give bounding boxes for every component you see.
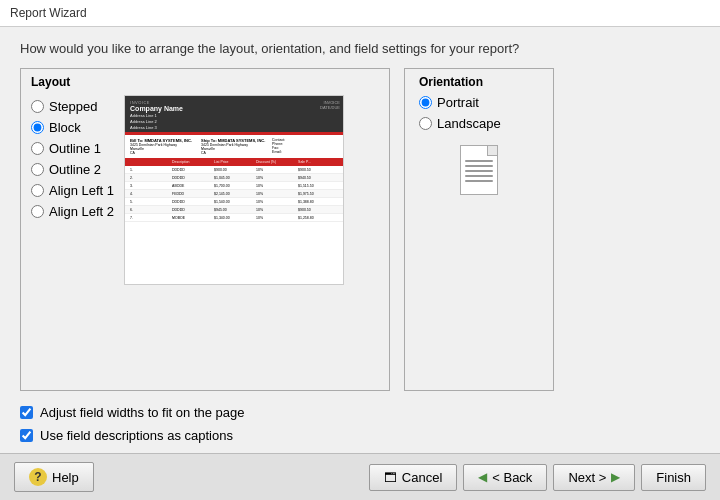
orientation-portrait[interactable]: Portrait bbox=[419, 95, 539, 110]
preview-address3: Address Line 3 bbox=[130, 125, 183, 130]
preview-row-7: 7.MOBOE$1,340.0010%$1,258.80 bbox=[125, 214, 344, 222]
orientation-group: Orientation Portrait Landscape bbox=[404, 68, 554, 391]
next-button[interactable]: Next > ▶ bbox=[553, 464, 635, 491]
layout-label-alignleft1: Align Left 1 bbox=[49, 183, 114, 198]
orientation-legend: Orientation bbox=[419, 75, 539, 89]
finish-label: Finish bbox=[656, 470, 691, 485]
checkbox-use-descriptions[interactable]: Use field descriptions as captions bbox=[20, 428, 700, 443]
preview-row-3: 3.ABODE$1,700.0010%$1,515.50 bbox=[125, 182, 344, 190]
preview-row-4: 4.FEDDD$2,145.0010%$1,975.50 bbox=[125, 190, 344, 198]
cancel-label: Cancel bbox=[402, 470, 442, 485]
layout-option-outline2[interactable]: Outline 2 bbox=[31, 162, 114, 177]
back-label: < Back bbox=[492, 470, 532, 485]
help-icon: ? bbox=[29, 468, 47, 486]
layout-label-block: Block bbox=[49, 120, 81, 135]
dialog-title: Report Wizard bbox=[10, 6, 87, 20]
layout-label-outline2: Outline 2 bbox=[49, 162, 101, 177]
orientation-label-landscape: Landscape bbox=[437, 116, 501, 131]
preview-row-2: 2.DDDDD$1,045.0010%$940.50 bbox=[125, 174, 344, 182]
wizard-question: How would you like to arrange the layout… bbox=[20, 41, 700, 56]
layout-label-outline1: Outline 1 bbox=[49, 141, 101, 156]
layout-option-alignleft1[interactable]: Align Left 1 bbox=[31, 183, 114, 198]
cancel-icon: 🗔 bbox=[384, 470, 397, 485]
back-button[interactable]: ◀ < Back bbox=[463, 464, 547, 491]
help-button[interactable]: ? Help bbox=[14, 462, 94, 492]
checkbox-use-descriptions-label: Use field descriptions as captions bbox=[40, 428, 233, 443]
preview-address1: Address Line 1 bbox=[130, 113, 183, 118]
layout-option-outline1[interactable]: Outline 1 bbox=[31, 141, 114, 156]
preview-row-6: 6.DDDDD$945.0010%$900.50 bbox=[125, 206, 344, 214]
next-icon: ▶ bbox=[611, 470, 620, 484]
checkboxes-section: Adjust field widths to fit on the page U… bbox=[20, 405, 700, 443]
layout-label-alignleft2: Align Left 2 bbox=[49, 204, 114, 219]
layout-option-stepped[interactable]: Stepped bbox=[31, 99, 114, 114]
preview-table-header: Description List Price Discount (%) Sale… bbox=[125, 158, 344, 166]
layout-preview: INVOICE Company Name Address Line 1 Addr… bbox=[124, 95, 344, 285]
layout-label-stepped: Stepped bbox=[49, 99, 97, 114]
checkbox-adjust-widths-label: Adjust field widths to fit on the page bbox=[40, 405, 245, 420]
footer: ? Help 🗔 Cancel ◀ < Back Next > ▶ Finish bbox=[0, 453, 720, 500]
layout-option-block[interactable]: Block bbox=[31, 120, 114, 135]
layout-option-alignleft2[interactable]: Align Left 2 bbox=[31, 204, 114, 219]
cancel-button[interactable]: 🗔 Cancel bbox=[369, 464, 457, 491]
help-label: Help bbox=[52, 470, 79, 485]
checkbox-adjust-widths[interactable]: Adjust field widths to fit on the page bbox=[20, 405, 700, 420]
finish-button[interactable]: Finish bbox=[641, 464, 706, 491]
layout-options: Stepped Block Outline 1 Outline 2 bbox=[31, 95, 114, 285]
orientation-landscape[interactable]: Landscape bbox=[419, 116, 539, 131]
preview-address2: Address Line 2 bbox=[130, 119, 183, 124]
preview-row-5: 5.DDDDD$1,540.0010%$1,388.80 bbox=[125, 198, 344, 206]
preview-row-1: 1.DDDDD$900.0010%$900.50 bbox=[125, 166, 344, 174]
orientation-label-portrait: Portrait bbox=[437, 95, 479, 110]
preview-company: Company Name bbox=[130, 105, 183, 112]
back-icon: ◀ bbox=[478, 470, 487, 484]
layout-legend: Layout bbox=[31, 75, 379, 89]
next-label: Next > bbox=[568, 470, 606, 485]
